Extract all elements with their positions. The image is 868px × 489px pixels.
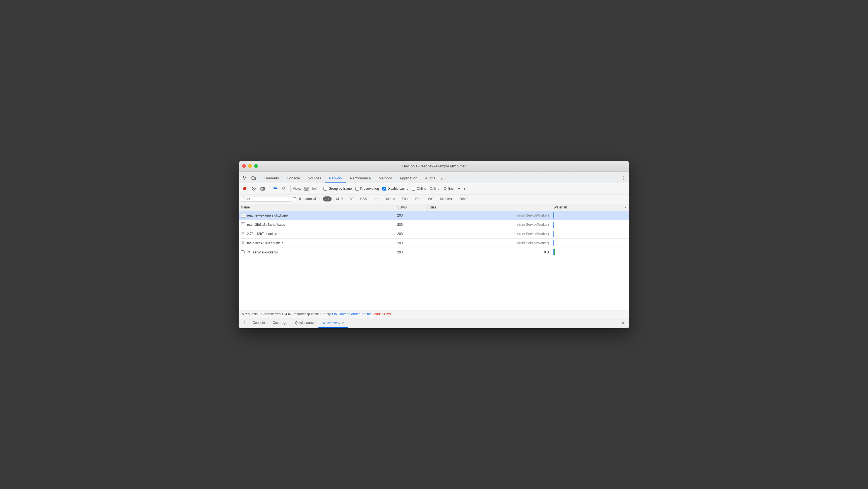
bottom-tab-menu-button[interactable]: ⋮ [241,319,249,327]
table-row[interactable]: react-sw-example.glitch.me 200 (from Ser… [239,211,629,220]
table-row[interactable]: main.3cd46163.chunk.js 200 (from Service… [239,238,629,248]
disable-cache-label[interactable]: Disable cache [382,186,408,191]
svg-rect-10 [305,187,308,188]
dom-content-loaded[interactable]: DOMContentLoaded: 52 ms [330,312,371,316]
col-header-name[interactable]: Name [239,204,395,211]
svg-line-4 [253,188,255,190]
table-header: Name Status Size Waterfall ▲ [239,204,629,211]
load-time[interactable]: Load: 51 ms [372,312,391,316]
tab-performance[interactable]: Performance [346,174,375,183]
offline-label[interactable]: Offline [412,186,426,191]
table-row[interactable]: ⚙ service-worker.js 200 0 B [239,248,629,257]
svg-rect-0 [252,177,254,179]
row-3-status: 200 [395,229,428,238]
maximize-button[interactable] [254,164,258,168]
group-by-frame-label[interactable]: Group by frame [323,186,352,191]
disable-cache-checkbox[interactable] [382,187,386,191]
device-toggle-icon[interactable] [250,174,258,182]
tab-elements[interactable]: Elements [260,174,283,183]
throttle-dropdown-icon[interactable]: ▼ [463,186,466,191]
filter-xhr[interactable]: XHR [333,196,345,201]
preserve-log-text: Preserve log [360,186,379,191]
row-5-name-cell: ⚙ service-worker.js [239,248,395,257]
tab-sources[interactable]: Sources [304,174,325,183]
filter-img[interactable]: Img [371,196,382,201]
filter-doc[interactable]: Doc [413,196,424,201]
filter-button[interactable] [271,185,279,193]
table-empty-row [239,257,629,310]
clear-button[interactable] [250,185,258,193]
svg-point-2 [243,187,246,190]
col-header-size[interactable]: Size [428,204,551,211]
filter-all[interactable]: All [323,196,332,201]
record-button[interactable] [241,185,249,193]
table-row[interactable]: 2.7fdd42b7.chunk.js 200 (from ServiceWor… [239,229,629,238]
toolbar-divider-2 [290,185,290,192]
row-1-waterfall [551,211,629,220]
window-title: DevTools - react-sw-example.glitch.me/ [402,164,466,168]
tab-memory[interactable]: Memory [375,174,396,183]
table-row[interactable]: main.8fb3a7b4.chunk.css 200 (from Servic… [239,220,629,229]
more-tabs-button[interactable]: » [439,174,444,183]
row-4-status: 200 [395,238,428,248]
sort-arrow-icon: ▲ [624,206,627,209]
row-5-checkbox[interactable] [241,250,245,254]
col-header-status[interactable]: Status [395,204,428,211]
svg-rect-1 [254,177,256,179]
filter-font[interactable]: Font [399,196,411,201]
row-4-size: (from ServiceWorker) [428,238,551,248]
offline-checkbox[interactable] [412,187,415,191]
devtools-menu-button[interactable]: ⋮ [619,173,627,183]
preserve-log-checkbox[interactable] [355,187,359,191]
title-bar: DevTools - react-sw-example.glitch.me/ [239,161,629,172]
bottom-tab-coverage[interactable]: Coverage [269,319,291,327]
whats-new-close-icon[interactable]: × [342,320,344,325]
bottom-tab-bar: ⋮ Console Coverage Quick source What's N… [239,318,629,328]
filter-css[interactable]: CSS [358,196,370,201]
filter-bar: Hide data URLs All XHR JS CSS Img Media … [239,195,629,204]
bottom-tab-quick-source[interactable]: Quick source [291,319,318,327]
tab-audits[interactable]: Audits [421,174,439,183]
network-table-container[interactable]: Name Status Size Waterfall ▲ [239,204,629,310]
hide-data-urls-label[interactable]: Hide data URLs [293,197,321,201]
resources-size: 124 KB resources [282,312,308,316]
hide-data-urls-checkbox[interactable] [293,197,297,201]
svg-point-6 [262,188,264,190]
minimize-button[interactable] [248,164,252,168]
list-view-button[interactable] [303,185,310,192]
row-1-status: 200 [395,211,428,220]
detail-view-button[interactable] [311,185,318,192]
filter-js[interactable]: JS [347,196,356,201]
filter-other[interactable]: Other [457,196,470,201]
row-2-name: main.8fb3a7b4.chunk.css [247,223,285,227]
tab-console[interactable]: Console [283,174,304,183]
filter-ws[interactable]: WS [425,196,436,201]
group-by-frame-checkbox[interactable] [323,187,327,191]
svg-rect-12 [305,190,308,191]
group-by-frame-text: Group by frame [329,186,352,191]
close-button[interactable] [242,164,246,168]
tab-application[interactable]: Application [396,174,422,183]
row-4-name-cell: main.3cd46163.chunk.js [239,238,395,248]
drawer-close-button[interactable]: × [619,319,627,327]
requests-count: 5 requests [242,312,258,316]
filter-input[interactable] [243,197,287,201]
camera-button[interactable] [259,185,267,193]
filter-manifest[interactable]: Manifest [438,196,455,201]
tab-network[interactable]: Network [325,174,346,183]
preserve-log-label[interactable]: Preserve log [355,186,379,191]
toolbar-divider-3 [320,185,320,192]
file-icon [241,213,245,218]
col-header-waterfall[interactable]: Waterfall ▲ [551,204,629,211]
bottom-tab-whats-new[interactable]: What's New × [318,318,348,328]
traffic-lights [242,164,258,168]
throttle-select[interactable]: Online Fast 3G Slow 3G Offline [443,186,461,191]
filter-media[interactable]: Media [383,196,398,201]
view-label: View: [293,186,301,191]
svg-point-8 [283,187,285,190]
row-2-status: 200 [395,220,428,229]
inspect-icon[interactable] [241,174,249,182]
bottom-tab-console[interactable]: Console [249,319,269,327]
search-button[interactable] [280,185,288,193]
row-4-waterfall [551,238,629,248]
